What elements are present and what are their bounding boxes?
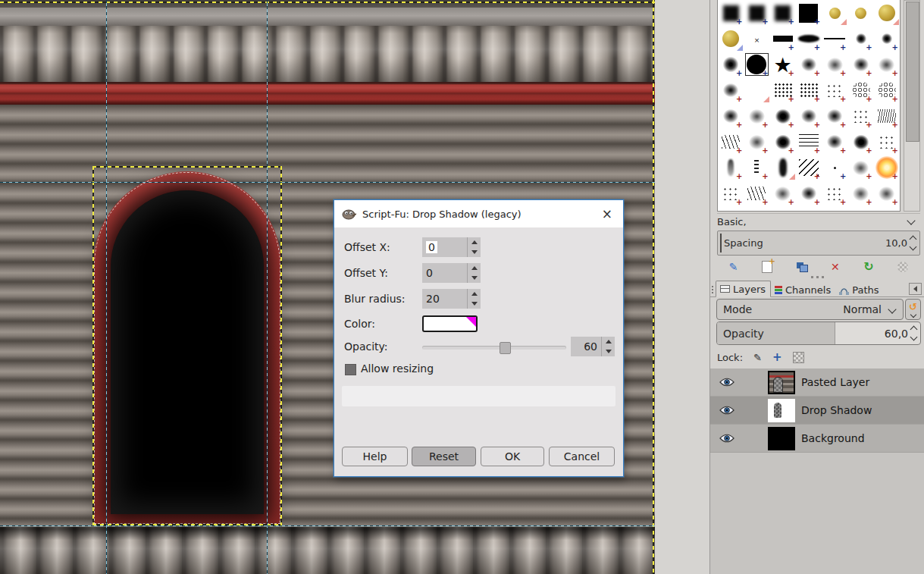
brush-cell[interactable]: + [874, 180, 900, 206]
brush-cell[interactable]: + [770, 129, 796, 155]
brush-cell[interactable]: + [847, 129, 873, 155]
brush-cell[interactable] [770, 155, 796, 180]
offset-x-field[interactable]: 0 [422, 237, 467, 257]
lock-pixels-brush-icon[interactable]: ✎ [753, 352, 762, 363]
brush-cell[interactable] [744, 206, 769, 212]
open-brush-as-image-icon[interactable] [897, 262, 908, 272]
layer-opacity-slider[interactable]: Opacity 60,0 [716, 322, 921, 345]
brush-cell[interactable]: + [847, 26, 873, 52]
cancel-button[interactable]: Cancel [549, 447, 615, 466]
brush-cell[interactable]: + [796, 0, 822, 26]
brush-cell[interactable] [874, 0, 900, 26]
edit-brush-icon[interactable]: ✎ [729, 262, 738, 272]
brush-cell[interactable]: + [847, 52, 873, 77]
spacing-spinner[interactable] [910, 237, 916, 249]
guide-vertical-1[interactable] [106, 0, 107, 574]
brush-cell[interactable]: + [718, 155, 744, 180]
spacing-slider[interactable]: Spacing 10,0 [717, 231, 920, 256]
lock-position-move-icon[interactable]: + [772, 352, 782, 363]
brush-cell[interactable]: + [796, 155, 822, 180]
layer-opacity-spinner[interactable] [911, 327, 916, 340]
brush-cell[interactable]: + [744, 103, 769, 129]
layer-row[interactable]: Drop Shadow [710, 397, 924, 425]
brush-name-dropdown[interactable]: Basic, [717, 213, 920, 230]
brush-cell[interactable]: + [847, 103, 873, 129]
offset-x-spinner[interactable] [467, 237, 481, 257]
brush-cell[interactable] [770, 206, 796, 212]
guide-vertical-2[interactable] [267, 0, 268, 574]
visibility-eye-icon[interactable] [710, 378, 744, 387]
brush-cell[interactable]: + [822, 26, 847, 52]
brushes-scrollbar-thumb[interactable] [906, 2, 919, 142]
tab-channels[interactable]: Channels [771, 282, 835, 297]
brush-cell[interactable]: + [874, 103, 900, 129]
offset-y-spinner[interactable] [467, 263, 481, 283]
layer-row[interactable]: Background [710, 425, 924, 453]
close-icon[interactable]: × [599, 206, 615, 221]
brush-cell[interactable]: + [874, 77, 900, 103]
brush-cell[interactable]: + [744, 52, 769, 77]
brush-cell[interactable] [874, 206, 900, 212]
brush-cell[interactable] [847, 206, 873, 212]
brush-cell[interactable] [718, 206, 744, 212]
guide-horizontal-2[interactable] [0, 525, 655, 526]
brush-cell[interactable]: + [770, 103, 796, 129]
visibility-eye-icon[interactable] [710, 406, 744, 415]
brush-cell[interactable]: + [847, 77, 873, 103]
dock-tab-menu-button[interactable] [909, 283, 922, 295]
brush-cell[interactable]: + [718, 0, 744, 26]
brush-cell[interactable]: + [822, 103, 847, 129]
brush-cell[interactable]: + [847, 180, 873, 206]
layer-name[interactable]: Drop Shadow [801, 404, 872, 416]
reset-button[interactable]: Reset [412, 447, 476, 466]
brush-cell[interactable]: + [718, 129, 744, 155]
brushes-scrollbar[interactable] [904, 0, 920, 212]
blur-radius-spinner[interactable] [467, 289, 481, 309]
offset-y-field[interactable]: 0 [422, 263, 467, 283]
dock-resize-grip[interactable] [710, 274, 924, 279]
layer-thumbnail[interactable] [768, 427, 795, 450]
brush-cell[interactable]: + [796, 52, 822, 77]
refresh-brushes-icon[interactable]: ↻ [863, 261, 873, 273]
brush-cell[interactable] [744, 26, 769, 52]
lock-alpha-icon[interactable] [793, 352, 804, 363]
layer-thumbnail[interactable] [768, 371, 795, 394]
ok-button[interactable]: OK [481, 447, 544, 466]
brush-cell[interactable]: + [718, 52, 744, 77]
brush-cell[interactable]: + [796, 77, 822, 103]
layer-name[interactable]: Background [801, 432, 865, 444]
layer-mode-select[interactable]: Mode Normal [716, 299, 904, 320]
brush-cell[interactable]: + [874, 129, 900, 155]
opacity-spinner[interactable] [601, 337, 615, 356]
guide-horizontal-1[interactable] [0, 182, 655, 183]
brush-cell[interactable] [796, 206, 822, 212]
duplicate-brush-icon[interactable] [797, 262, 807, 271]
brush-cell[interactable]: + [874, 52, 900, 77]
brush-cell[interactable]: + [744, 155, 769, 180]
layer-thumbnail[interactable] [768, 399, 795, 422]
brush-cell[interactable] [822, 0, 847, 26]
brush-cell[interactable]: + [770, 77, 796, 103]
brush-cell[interactable]: + [847, 155, 873, 180]
tab-paths[interactable]: Paths [835, 282, 883, 297]
opacity-slider-handle[interactable] [500, 342, 511, 354]
brush-cell[interactable]: + [822, 129, 847, 155]
color-swatch-button[interactable] [422, 315, 478, 332]
brush-cell[interactable]: + [744, 0, 769, 26]
brush-cell[interactable]: + [874, 26, 900, 52]
blur-radius-field[interactable]: 20 [422, 289, 467, 309]
brush-cell[interactable]: + [874, 155, 900, 180]
brush-cell[interactable] [847, 0, 873, 26]
dock-drag-handle[interactable] [712, 286, 713, 293]
brush-cell[interactable]: + [770, 180, 796, 206]
brush-cell[interactable]: + [718, 77, 744, 103]
brush-cell[interactable]: + [744, 129, 769, 155]
brush-cell[interactable]: + [796, 26, 822, 52]
brush-cell[interactable]: + [718, 103, 744, 129]
delete-brush-icon[interactable]: ✕ [831, 262, 840, 272]
brush-cell[interactable] [822, 206, 847, 212]
opacity-slider[interactable] [422, 346, 566, 350]
brush-cell[interactable]: + [770, 26, 796, 52]
layer-row[interactable]: Pasted Layer [710, 369, 924, 397]
layer-name[interactable]: Pasted Layer [801, 376, 869, 388]
